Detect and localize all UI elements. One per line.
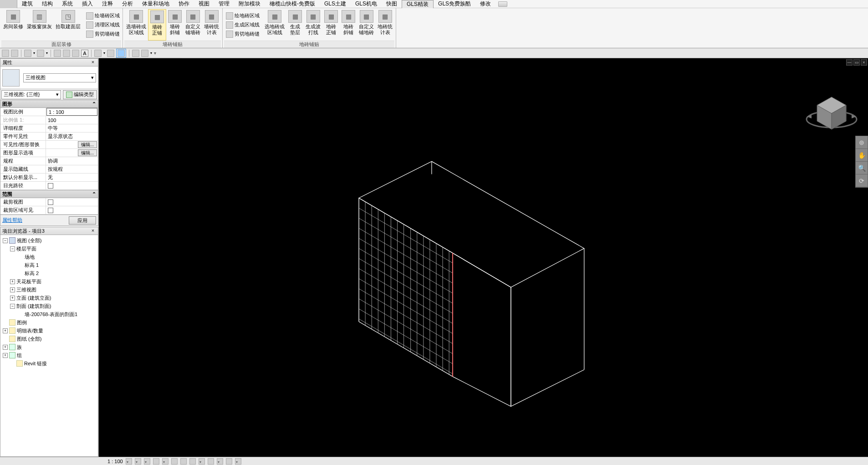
apply-button[interactable]: 应用	[69, 216, 96, 225]
btn-生成波打线[interactable]: ▦生成波打线	[304, 9, 322, 41]
view-close-icon[interactable]: ×	[861, 59, 867, 66]
btn-gen-area-line[interactable]: 生成区域线	[224, 20, 261, 30]
properties-header[interactable]: 属性 ×	[0, 58, 98, 66]
btn-draw-wall-tile-area[interactable]: 绘墙砖区域	[84, 11, 121, 20]
prop-视图比例[interactable]: 视图比例1 : 100	[0, 108, 98, 116]
tree-node[interactable]: 图例	[2, 318, 97, 327]
view-cube[interactable]	[804, 90, 859, 136]
tree-node[interactable]: 墙-200768-表面的剖面1	[2, 310, 97, 318]
nav-zoom-icon[interactable]: 🔍	[856, 162, 868, 174]
expander-icon[interactable]: −	[3, 238, 8, 243]
thin-lines-icon[interactable]	[117, 50, 125, 57]
menu-体量和场地[interactable]: 体量和场地	[138, 0, 174, 8]
prop-裁剪区域可见[interactable]: 裁剪区域可见	[0, 206, 98, 215]
application-icon[interactable]	[0, 0, 17, 8]
prop-详细程度[interactable]: 详细程度中等	[0, 124, 98, 133]
redo-icon[interactable]	[37, 50, 44, 57]
menu-结构[interactable]: 结构	[37, 0, 57, 8]
menu-橄榄山快模-免费版[interactable]: 橄榄山快模-免费版	[265, 0, 320, 8]
btn-room-decor[interactable]: ▦房间装修	[1, 9, 25, 41]
sun-path-icon[interactable]	[144, 458, 150, 465]
tree-node[interactable]: −剖面 (建筑剖面)	[2, 302, 97, 310]
browser-header[interactable]: 项目浏览器 - 项目3 ×	[0, 227, 98, 235]
section-icon[interactable]	[107, 50, 114, 57]
properties-help-link[interactable]: 属性帮助	[2, 217, 22, 224]
view-filter-combo[interactable]: 三维视图: {三维}▾	[1, 90, 61, 99]
btn-选墙砖或区域线[interactable]: ▦选墙砖或区域线	[124, 9, 148, 41]
dim-icon[interactable]	[63, 50, 70, 57]
menu-GLS精装[interactable]: GLS精装	[402, 0, 434, 8]
close-icon[interactable]: ×	[90, 59, 96, 66]
edit-button[interactable]: 编辑...	[78, 149, 97, 156]
tree-node[interactable]: −楼层平面	[2, 245, 97, 253]
menu-快图[interactable]: 快图	[382, 0, 402, 8]
expander-icon[interactable]: +	[10, 287, 15, 292]
group-extent[interactable]: 范围⌃	[0, 190, 98, 198]
menu-注释[interactable]: 注释	[97, 0, 117, 8]
btn-draw-floor-tile-area[interactable]: 绘地砖区域	[224, 11, 261, 20]
prop-零件可见性[interactable]: 零件可见性显示原状态	[0, 133, 98, 141]
btn-墙砖正铺[interactable]: ▦墙砖正铺	[148, 9, 166, 41]
tree-node[interactable]: −视图 (全部)	[2, 236, 97, 245]
checkbox[interactable]	[48, 183, 53, 189]
menu-管理[interactable]: 管理	[214, 0, 234, 8]
analytic-icon[interactable]	[217, 458, 223, 465]
expander-icon[interactable]: +	[3, 353, 8, 358]
crop-icon[interactable]	[171, 458, 178, 465]
tree-node[interactable]: 标高 1	[2, 261, 97, 269]
tree-node[interactable]: 标高 2	[2, 269, 97, 277]
btn-pick-face[interactable]: ◳拾取建面层	[54, 9, 82, 41]
btn-cut-wall-tile-seam[interactable]: 剪切墙砖缝	[84, 30, 121, 39]
prop-默认分析显示...[interactable]: 默认分析显示...无	[0, 174, 98, 182]
prop-规程[interactable]: 规程协调	[0, 157, 98, 165]
menu-GLS机电[interactable]: GLS机电	[351, 0, 382, 8]
view-maximize-icon[interactable]: ▭	[853, 59, 860, 66]
btn-自定义铺墙砖[interactable]: ▦自定义铺墙砖	[184, 9, 202, 41]
undo-icon[interactable]	[24, 50, 31, 57]
tree-node[interactable]: 图纸 (全部)	[2, 335, 97, 343]
prop-裁剪视图[interactable]: 裁剪视图	[0, 198, 98, 206]
expander-icon[interactable]: +	[10, 296, 15, 301]
btn-墙砖斜铺[interactable]: ▦墙砖斜铺	[166, 9, 184, 41]
tree-node[interactable]: +族	[2, 343, 97, 351]
save-icon[interactable]	[11, 50, 18, 57]
detail-level-icon[interactable]	[126, 458, 132, 465]
tree-node[interactable]: Revit 链接	[2, 359, 97, 368]
checkbox[interactable]	[48, 199, 53, 205]
menu-分析[interactable]: 分析	[117, 0, 138, 8]
btn-选地砖或区域线[interactable]: ▦选地砖或区域线	[263, 9, 286, 41]
expander-icon[interactable]: +	[10, 279, 15, 284]
expander-icon[interactable]: −	[10, 304, 15, 309]
tree-node[interactable]: +三维视图	[2, 286, 97, 294]
temp-hide-icon[interactable]	[199, 458, 205, 465]
tag-icon[interactable]	[72, 50, 79, 57]
menu-GLS土建[interactable]: GLS土建	[320, 0, 351, 8]
btn-beam-plaster[interactable]: ▥梁板窗抹灰	[25, 9, 54, 41]
text-tool[interactable]: A	[81, 50, 88, 57]
btn-地砖正铺[interactable]: ▦地砖正铺	[322, 9, 340, 41]
constraint-icon[interactable]	[226, 458, 232, 465]
checkbox[interactable]	[48, 208, 53, 213]
expander-icon[interactable]: +	[3, 328, 8, 333]
unlock-3d-icon[interactable]	[189, 458, 196, 465]
nav-full-icon[interactable]: ⊚	[856, 136, 868, 149]
menu-建筑[interactable]: 建筑	[17, 0, 37, 8]
btn-cut-floor-tile-seam[interactable]: 剪切地砖缝	[224, 30, 261, 39]
group-graphics[interactable]: 图形⌃	[0, 100, 98, 108]
prop-比例值 1:[interactable]: 比例值 1:100	[0, 116, 98, 124]
menu-修改[interactable]: 修改	[475, 0, 495, 8]
prop-图形显示选项[interactable]: 图形显示选项编辑...	[0, 149, 98, 157]
tree-node[interactable]: +天花板平面	[2, 277, 97, 286]
btn-地砖统计表[interactable]: ▦地砖统计表	[376, 9, 394, 41]
menu-GLS免费族酷[interactable]: GLS免费族酷	[434, 0, 475, 8]
expander-icon[interactable]: −	[10, 246, 15, 251]
menu-overflow-icon[interactable]	[498, 1, 507, 7]
open-icon[interactable]	[2, 50, 9, 57]
menu-系统[interactable]: 系统	[57, 0, 77, 8]
switch-window-icon[interactable]	[141, 50, 148, 57]
tree-node[interactable]: 场地	[2, 253, 97, 261]
visual-style-icon[interactable]	[135, 458, 141, 465]
align-icon[interactable]	[54, 50, 61, 57]
crop-visible-icon[interactable]	[180, 458, 187, 465]
tree-node[interactable]: +立面 (建筑立面)	[2, 294, 97, 302]
